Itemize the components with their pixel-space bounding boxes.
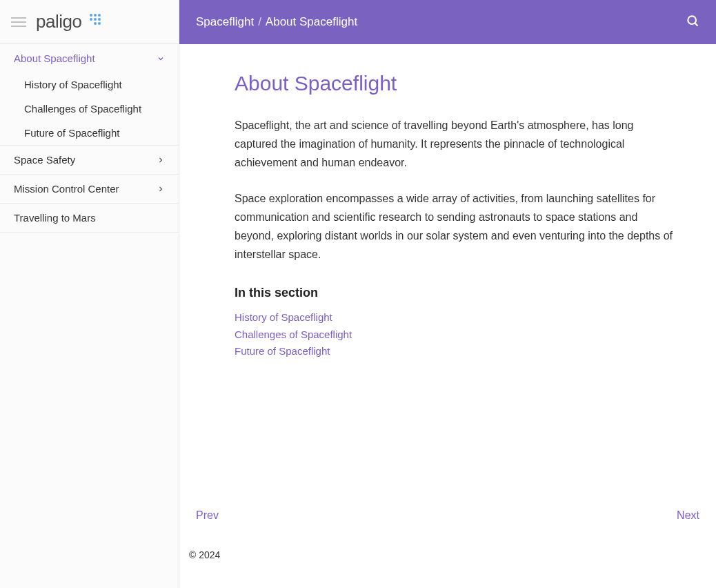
sidebar-item-label: About Spaceflight [14,52,95,64]
sidebar-item-label: History of Spaceflight [24,79,122,90]
breadcrumb-current[interactable]: About Spaceflight [266,15,357,29]
section-link-history[interactable]: History of Spaceflight [235,310,676,326]
pager: Prev Next [179,468,716,536]
sidebar-item-label: Space Safety [14,154,75,166]
sidebar-item-space-safety[interactable]: Space Safety [0,146,179,175]
sidebar-item-about-spaceflight[interactable]: About Spaceflight [0,44,179,72]
sidebar-item-label: Mission Control Center [14,183,119,195]
next-link[interactable]: Next [677,509,699,522]
section-link-challenges[interactable]: Challenges of Spaceflight [235,327,676,343]
sidebar-subitem-future[interactable]: Future of Spaceflight [0,121,179,145]
svg-line-1 [695,23,698,26]
sidebar-subitem-history[interactable]: History of Spaceflight [0,72,179,97]
sidebar: paligo About Spaceflight History of Spac… [0,0,179,588]
sidebar-item-label: Future of Spaceflight [24,127,119,139]
footer: © 2024 [179,536,716,588]
body-paragraph: Spaceflight, the art and science of trav… [235,116,676,173]
sidebar-subitem-challenges[interactable]: Challenges of Spaceflight [0,97,179,121]
sidebar-item-mission-control[interactable]: Mission Control Center [0,175,179,204]
chevron-down-icon [157,55,165,63]
breadcrumb-root[interactable]: Spaceflight [196,15,254,29]
copyright: © 2024 [189,549,220,560]
section-link-future[interactable]: Future of Spaceflight [235,344,676,360]
logo-dots-icon [86,14,101,25]
menu-toggle-button[interactable] [11,17,26,27]
content-area: About Spaceflight Spaceflight, the art a… [179,44,716,468]
section-links: History of Spaceflight Challenges of Spa… [235,310,676,360]
sidebar-sub-nav: History of Spaceflight Challenges of Spa… [0,72,179,146]
sidebar-item-travelling-to-mars[interactable]: Travelling to Mars [0,204,179,233]
breadcrumb-separator: / [258,15,261,29]
sidebar-nav: About Spaceflight History of Spaceflight… [0,44,179,233]
main: Spaceflight / About Spaceflight About Sp… [179,0,716,588]
chevron-right-icon [157,156,165,164]
page-title: About Spaceflight [235,72,676,95]
prev-link[interactable]: Prev [196,509,219,522]
logo-text: paligo [36,11,81,32]
body-paragraph: Space exploration encompasses a wide arr… [235,189,676,264]
logo[interactable]: paligo [36,11,101,32]
search-icon[interactable] [686,14,699,30]
svg-point-0 [688,16,696,24]
topbar: Spaceflight / About Spaceflight [179,0,716,44]
breadcrumb: Spaceflight / About Spaceflight [196,15,357,29]
sidebar-item-label: Travelling to Mars [14,212,96,224]
sidebar-header: paligo [0,0,179,44]
sidebar-item-label: Challenges of Spaceflight [24,103,141,115]
chevron-right-icon [157,185,165,193]
section-heading: In this section [235,286,676,300]
